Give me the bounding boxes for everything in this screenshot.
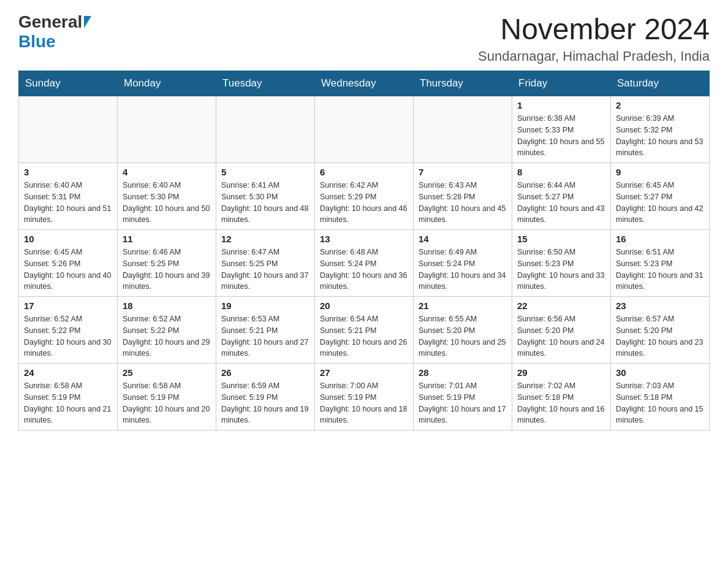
day-info: Sunrise: 6:57 AMSunset: 5:20 PMDaylight:…: [616, 313, 704, 359]
day-info: Sunrise: 6:46 AMSunset: 5:25 PMDaylight:…: [123, 247, 211, 293]
location-title: Sundarnagar, Himachal Pradesh, India: [478, 48, 710, 64]
day-info: Sunrise: 6:52 AMSunset: 5:22 PMDaylight:…: [24, 313, 112, 359]
weekday-header-thursday: Thursday: [414, 71, 512, 96]
calendar-cell: 6Sunrise: 6:42 AMSunset: 5:29 PMDaylight…: [315, 163, 414, 230]
day-number: 30: [616, 367, 704, 378]
day-info: Sunrise: 6:51 AMSunset: 5:23 PMDaylight:…: [616, 247, 704, 293]
day-number: 8: [517, 167, 605, 177]
calendar-cell: 25Sunrise: 6:58 AMSunset: 5:19 PMDayligh…: [118, 364, 216, 431]
day-number: 28: [419, 367, 507, 378]
day-info: Sunrise: 6:43 AMSunset: 5:28 PMDaylight:…: [419, 180, 507, 226]
day-number: 7: [419, 167, 507, 177]
day-number: 23: [616, 301, 704, 311]
calendar-cell: 20Sunrise: 6:54 AMSunset: 5:21 PMDayligh…: [315, 297, 414, 364]
calendar-cell: 29Sunrise: 7:02 AMSunset: 5:18 PMDayligh…: [512, 364, 611, 431]
day-number: 6: [320, 167, 408, 177]
day-number: 24: [24, 367, 112, 378]
title-area: November 2024 Sundarnagar, Himachal Prad…: [478, 12, 710, 64]
day-info: Sunrise: 6:39 AMSunset: 5:32 PMDaylight:…: [616, 113, 704, 159]
week-row-2: 10Sunrise: 6:45 AMSunset: 5:26 PMDayligh…: [19, 230, 710, 297]
logo: General Blue: [18, 12, 93, 52]
day-info: Sunrise: 6:48 AMSunset: 5:24 PMDaylight:…: [320, 247, 408, 293]
weekday-header-monday: Monday: [118, 71, 216, 96]
month-title: November 2024: [478, 12, 710, 46]
day-number: 5: [221, 167, 309, 177]
week-row-4: 24Sunrise: 6:58 AMSunset: 5:19 PMDayligh…: [19, 364, 710, 431]
day-number: 20: [320, 301, 408, 311]
week-row-3: 17Sunrise: 6:52 AMSunset: 5:22 PMDayligh…: [19, 297, 710, 364]
day-info: Sunrise: 6:54 AMSunset: 5:21 PMDaylight:…: [320, 313, 408, 359]
weekday-header-sunday: Sunday: [19, 71, 118, 96]
calendar-cell: 22Sunrise: 6:56 AMSunset: 5:20 PMDayligh…: [512, 297, 611, 364]
calendar-cell: 18Sunrise: 6:52 AMSunset: 5:22 PMDayligh…: [118, 297, 216, 364]
calendar-cell: 27Sunrise: 7:00 AMSunset: 5:19 PMDayligh…: [315, 364, 414, 431]
weekday-header-friday: Friday: [512, 71, 611, 96]
logo-triangle-icon: [84, 16, 91, 28]
day-info: Sunrise: 6:40 AMSunset: 5:30 PMDaylight:…: [123, 180, 211, 226]
logo-blue-text: Blue: [18, 32, 56, 52]
day-number: 10: [24, 234, 112, 244]
calendar-cell: 28Sunrise: 7:01 AMSunset: 5:19 PMDayligh…: [414, 364, 512, 431]
calendar-cell: [216, 96, 315, 163]
day-number: 17: [24, 301, 112, 311]
day-number: 1: [517, 100, 605, 110]
calendar-cell: 7Sunrise: 6:43 AMSunset: 5:28 PMDaylight…: [414, 163, 512, 230]
calendar-cell: 1Sunrise: 6:38 AMSunset: 5:33 PMDaylight…: [512, 96, 611, 163]
day-info: Sunrise: 6:42 AMSunset: 5:29 PMDaylight:…: [320, 180, 408, 226]
day-number: 2: [616, 100, 704, 110]
day-number: 12: [221, 234, 309, 244]
calendar-cell: 16Sunrise: 6:51 AMSunset: 5:23 PMDayligh…: [611, 230, 710, 297]
day-info: Sunrise: 6:52 AMSunset: 5:22 PMDaylight:…: [123, 313, 211, 359]
calendar-cell: 11Sunrise: 6:46 AMSunset: 5:25 PMDayligh…: [118, 230, 216, 297]
calendar-cell: [414, 96, 512, 163]
day-number: 21: [419, 301, 507, 311]
calendar-cell: 3Sunrise: 6:40 AMSunset: 5:31 PMDaylight…: [19, 163, 118, 230]
calendar-cell: [19, 96, 118, 163]
day-info: Sunrise: 6:59 AMSunset: 5:19 PMDaylight:…: [221, 380, 309, 426]
day-number: 26: [221, 367, 309, 378]
weekday-header-wednesday: Wednesday: [315, 71, 414, 96]
calendar-cell: 13Sunrise: 6:48 AMSunset: 5:24 PMDayligh…: [315, 230, 414, 297]
day-info: Sunrise: 6:41 AMSunset: 5:30 PMDaylight:…: [221, 180, 309, 226]
day-info: Sunrise: 6:40 AMSunset: 5:31 PMDaylight:…: [24, 180, 112, 226]
day-number: 22: [517, 301, 605, 311]
week-row-1: 3Sunrise: 6:40 AMSunset: 5:31 PMDaylight…: [19, 163, 710, 230]
day-info: Sunrise: 6:55 AMSunset: 5:20 PMDaylight:…: [419, 313, 507, 359]
day-number: 16: [616, 234, 704, 244]
day-info: Sunrise: 6:45 AMSunset: 5:26 PMDaylight:…: [24, 247, 112, 293]
calendar-cell: 14Sunrise: 6:49 AMSunset: 5:24 PMDayligh…: [414, 230, 512, 297]
calendar-table: SundayMondayTuesdayWednesdayThursdayFrid…: [18, 71, 710, 431]
day-info: Sunrise: 6:53 AMSunset: 5:21 PMDaylight:…: [221, 313, 309, 359]
calendar-cell: [118, 96, 216, 163]
day-info: Sunrise: 7:02 AMSunset: 5:18 PMDaylight:…: [517, 380, 605, 426]
calendar-cell: 15Sunrise: 6:50 AMSunset: 5:23 PMDayligh…: [512, 230, 611, 297]
calendar-cell: 30Sunrise: 7:03 AMSunset: 5:18 PMDayligh…: [611, 364, 710, 431]
day-number: 9: [616, 167, 704, 177]
weekday-header-saturday: Saturday: [611, 71, 710, 96]
day-info: Sunrise: 6:45 AMSunset: 5:27 PMDaylight:…: [616, 180, 704, 226]
calendar-cell: 23Sunrise: 6:57 AMSunset: 5:20 PMDayligh…: [611, 297, 710, 364]
calendar-cell: 24Sunrise: 6:58 AMSunset: 5:19 PMDayligh…: [19, 364, 118, 431]
day-number: 13: [320, 234, 408, 244]
day-number: 11: [123, 234, 211, 244]
day-info: Sunrise: 6:44 AMSunset: 5:27 PMDaylight:…: [517, 180, 605, 226]
day-info: Sunrise: 7:01 AMSunset: 5:19 PMDaylight:…: [419, 380, 507, 426]
day-info: Sunrise: 6:56 AMSunset: 5:20 PMDaylight:…: [517, 313, 605, 359]
day-info: Sunrise: 6:49 AMSunset: 5:24 PMDaylight:…: [419, 247, 507, 293]
weekday-header-tuesday: Tuesday: [216, 71, 315, 96]
week-row-0: 1Sunrise: 6:38 AMSunset: 5:33 PMDaylight…: [19, 96, 710, 163]
day-number: 29: [517, 367, 605, 378]
calendar-cell: 19Sunrise: 6:53 AMSunset: 5:21 PMDayligh…: [216, 297, 315, 364]
day-number: 15: [517, 234, 605, 244]
day-number: 27: [320, 367, 408, 378]
calendar-cell: [315, 96, 414, 163]
calendar-cell: 9Sunrise: 6:45 AMSunset: 5:27 PMDaylight…: [611, 163, 710, 230]
day-info: Sunrise: 6:38 AMSunset: 5:33 PMDaylight:…: [517, 113, 605, 159]
calendar-cell: 21Sunrise: 6:55 AMSunset: 5:20 PMDayligh…: [414, 297, 512, 364]
day-number: 3: [24, 167, 112, 177]
logo-general-text: General: [18, 12, 82, 32]
day-info: Sunrise: 7:00 AMSunset: 5:19 PMDaylight:…: [320, 380, 408, 426]
day-number: 4: [123, 167, 211, 177]
day-number: 18: [123, 301, 211, 311]
calendar-cell: 10Sunrise: 6:45 AMSunset: 5:26 PMDayligh…: [19, 230, 118, 297]
